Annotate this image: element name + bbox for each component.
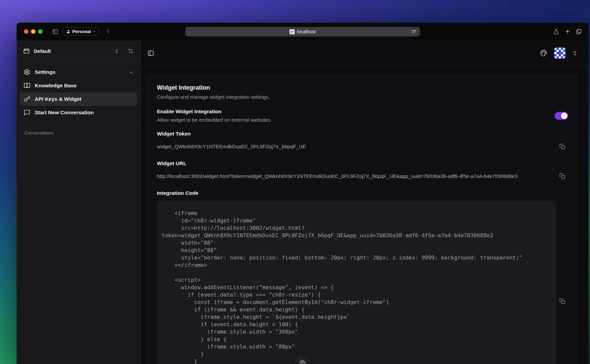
main-topbar (141, 40, 589, 66)
sidebar-nav: Settings Knowledge Base API Keys & Widg (17, 62, 140, 119)
chevron-down-icon (129, 70, 133, 74)
enable-widget-label: Enable Widget Integration (157, 109, 272, 115)
sidebar-item-start-new-conversation[interactable]: Start New Conversation (20, 106, 137, 119)
integration-code-label: Integration Code (157, 190, 568, 196)
conversations-section-label: Conversations (25, 130, 140, 135)
browser-window: Personal localhost (17, 23, 589, 364)
workspace-label: Default (34, 48, 51, 54)
gear-icon (24, 69, 30, 75)
traffic-lights (24, 29, 43, 34)
app-window-icon (23, 48, 30, 54)
copy-icon (559, 173, 565, 179)
widget-token-label: Widget Token (157, 131, 568, 137)
close-window-button[interactable] (24, 29, 28, 34)
desktop: { "browser": { "profile": "Personal", "a… (0, 0, 590, 364)
share-icon[interactable] (553, 28, 559, 35)
chevron-down-icon (93, 30, 96, 33)
zoom-window-button[interactable] (38, 29, 43, 34)
integration-code[interactable]: <iframe id="ch8r-widget-iframe" src=http… (157, 201, 556, 364)
site-favicon (289, 29, 294, 34)
address-text: localhost (297, 29, 315, 34)
widget-token-block: Widget Token widget_QWknh8X9cY1NTEEmdkDu… (157, 131, 568, 152)
app-body: Default Settings (17, 40, 589, 364)
enable-widget-row: Enable Widget Integration Allow widget t… (157, 109, 568, 123)
book-open-icon (24, 82, 30, 89)
address-bar[interactable]: localhost (186, 27, 420, 36)
tab-overview-icon[interactable] (576, 29, 582, 35)
back-button[interactable] (106, 29, 111, 34)
new-tab-icon[interactable] (565, 29, 570, 34)
widget-url-block: Widget URL http://localhost:3002/widget.… (157, 160, 568, 182)
reader-icon[interactable] (411, 29, 417, 34)
user-icon (66, 29, 71, 34)
integration-code-block: Integration Code <iframe id="ch8r-widget… (157, 190, 568, 364)
sliders-icon[interactable] (128, 48, 134, 54)
copy-icon (559, 144, 565, 150)
page-subtitle: Configure and manage widget integration … (157, 94, 568, 100)
profile-button[interactable]: Personal (63, 27, 100, 36)
titlebar-right-actions (553, 23, 582, 40)
enable-widget-toggle[interactable] (555, 112, 568, 120)
sidebar-item-label: Start New Conversation (35, 110, 94, 116)
panel-toggle-icon[interactable] (147, 50, 154, 57)
page-title: Widget Integration (157, 84, 568, 91)
copy-url-button[interactable] (557, 171, 568, 182)
browser-titlebar: Personal localhost (17, 23, 589, 40)
copy-code-button[interactable] (557, 296, 568, 307)
key-icon (24, 96, 30, 102)
copy-token-button[interactable] (557, 141, 568, 152)
minimize-window-button[interactable] (31, 29, 35, 34)
sidebar-item-label: Settings (35, 69, 55, 75)
sidebar-item-settings[interactable]: Settings (20, 65, 137, 79)
palette-icon[interactable] (540, 50, 547, 57)
sidebar-divider (17, 124, 140, 124)
enable-widget-description: Allow widget to be embedded on external … (157, 117, 272, 123)
sidebar-toggle-icon[interactable] (52, 29, 59, 35)
widget-url-label: Widget URL (157, 160, 568, 166)
sidebar-item-api-keys-widget[interactable]: API Keys & Widget (20, 92, 137, 106)
chat-bubble-icon (24, 109, 30, 116)
mountains-launcher-icon (299, 357, 307, 364)
main-content: Widget Integration Configure and manage … (141, 66, 589, 364)
widget-url-value: http://localhost:3002/widget.html?token=… (157, 173, 517, 180)
toggle-knob (561, 113, 567, 119)
sidebar: Default Settings (17, 40, 141, 364)
copy-icon (559, 298, 565, 304)
widget-token-value: widget_QWknh8X9cY1NTEEmdkDusEC_0PL9FZoj7… (157, 143, 306, 150)
profile-label: Personal (73, 29, 91, 34)
workspace-selector[interactable]: Default (17, 40, 140, 62)
chevrons-up-down-icon[interactable] (114, 49, 119, 54)
sidebar-item-label: Knowledge Base (35, 83, 77, 89)
widget-integration-card: Widget Integration Configure and manage … (147, 75, 578, 364)
avatar-identicon[interactable] (554, 48, 565, 59)
sidebar-item-label: API Keys & Widget (35, 96, 82, 102)
main-area: Widget Integration Configure and manage … (141, 40, 589, 364)
sidebar-item-knowledge-base[interactable]: Knowledge Base (20, 79, 137, 92)
chevrons-up-down-icon[interactable] (572, 51, 578, 56)
